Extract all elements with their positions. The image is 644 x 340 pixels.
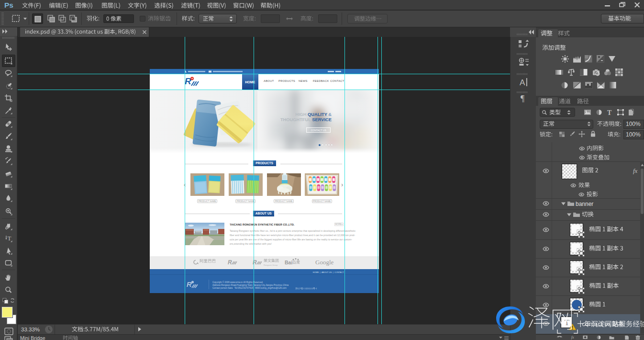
svg-text:Ps: Ps xyxy=(4,1,13,9)
svg-text:A: A xyxy=(520,78,525,87)
svg-text:Rongwen Group: Rongwen Group xyxy=(264,264,278,266)
svg-text:100%: 100% xyxy=(626,131,641,138)
svg-text:banner: banner xyxy=(576,201,593,207)
svg-text:Google: Google xyxy=(315,259,334,266)
svg-text:fx: fx xyxy=(633,168,638,174)
svg-text:T: T xyxy=(607,109,612,116)
svg-text:R: R xyxy=(228,259,232,266)
svg-text:R: R xyxy=(185,76,191,86)
svg-text:T: T xyxy=(8,235,11,242)
svg-text:¶: ¶ xyxy=(521,94,524,103)
svg-text:R: R xyxy=(187,280,192,288)
svg-text:33.33%: 33.33% xyxy=(21,327,40,332)
svg-text:Bai: Bai xyxy=(285,260,292,265)
svg-text:Mini Bridge: Mini Bridge xyxy=(20,335,45,340)
svg-text:100%: 100% xyxy=(626,121,641,127)
